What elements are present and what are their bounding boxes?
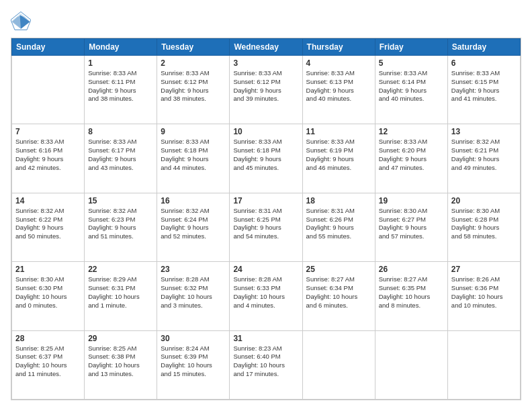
page: SundayMondayTuesdayWednesdayThursdayFrid… [0,0,532,411]
calendar-body: 1Sunrise: 8:33 AMSunset: 6:11 PMDaylight… [12,56,521,400]
day-number: 30 [161,334,226,343]
week-row-3: 21Sunrise: 8:30 AMSunset: 6:30 PMDayligh… [12,262,521,330]
day-header-sunday: Sunday [12,39,85,56]
day-info: Sunrise: 8:32 AMSunset: 6:23 PMDaylight:… [88,207,153,241]
day-number: 20 [451,196,517,205]
day-info: Sunrise: 8:30 AMSunset: 6:28 PMDaylight:… [451,207,517,241]
day-number: 7 [15,127,81,136]
calendar-cell: 19Sunrise: 8:30 AMSunset: 6:27 PMDayligh… [375,193,447,261]
day-number: 13 [451,127,517,136]
header-row: SundayMondayTuesdayWednesdayThursdayFrid… [12,39,521,56]
calendar-cell: 23Sunrise: 8:28 AMSunset: 6:32 PMDayligh… [157,262,230,330]
day-header-tuesday: Tuesday [157,39,230,56]
calendar-cell: 27Sunrise: 8:26 AMSunset: 6:36 PMDayligh… [447,262,520,330]
day-info: Sunrise: 8:32 AMSunset: 6:24 PMDaylight:… [161,207,226,241]
day-header-friday: Friday [375,39,447,56]
day-number: 16 [161,196,226,205]
calendar-cell: 21Sunrise: 8:30 AMSunset: 6:30 PMDayligh… [12,262,85,330]
week-row-0: 1Sunrise: 8:33 AMSunset: 6:11 PMDaylight… [12,56,521,124]
calendar-header: SundayMondayTuesdayWednesdayThursdayFrid… [12,39,521,56]
day-info: Sunrise: 8:33 AMSunset: 6:16 PMDaylight:… [15,138,81,172]
calendar-cell: 1Sunrise: 8:33 AMSunset: 6:11 PMDaylight… [85,56,157,124]
day-info: Sunrise: 8:33 AMSunset: 6:15 PMDaylight:… [451,69,517,103]
day-header-monday: Monday [85,39,157,56]
day-info: Sunrise: 8:33 AMSunset: 6:14 PMDaylight:… [379,69,444,103]
day-info: Sunrise: 8:28 AMSunset: 6:33 PMDaylight:… [233,275,298,310]
calendar-cell: 24Sunrise: 8:28 AMSunset: 6:33 PMDayligh… [230,262,302,330]
day-number: 12 [379,127,444,136]
day-number: 28 [15,334,81,343]
day-info: Sunrise: 8:30 AMSunset: 6:30 PMDaylight:… [15,275,81,310]
day-number: 18 [306,196,371,205]
day-number: 11 [306,127,371,136]
calendar-cell: 6Sunrise: 8:33 AMSunset: 6:15 PMDaylight… [447,56,520,124]
day-info: Sunrise: 8:31 AMSunset: 6:25 PMDaylight:… [233,207,298,241]
day-number: 17 [233,196,298,205]
day-info: Sunrise: 8:32 AMSunset: 6:21 PMDaylight:… [451,138,517,172]
calendar-cell: 31Sunrise: 8:23 AMSunset: 6:40 PMDayligh… [230,330,302,399]
calendar-cell: 20Sunrise: 8:30 AMSunset: 6:28 PMDayligh… [447,193,520,261]
calendar-cell: 7Sunrise: 8:33 AMSunset: 6:16 PMDaylight… [12,124,85,193]
calendar-cell: 10Sunrise: 8:33 AMSunset: 6:18 PMDayligh… [230,124,302,193]
calendar-cell [447,330,520,399]
calendar-cell: 4Sunrise: 8:33 AMSunset: 6:13 PMDaylight… [302,56,375,124]
day-info: Sunrise: 8:33 AMSunset: 6:11 PMDaylight:… [88,69,153,103]
calendar-cell: 17Sunrise: 8:31 AMSunset: 6:25 PMDayligh… [230,193,302,261]
calendar-cell: 22Sunrise: 8:29 AMSunset: 6:31 PMDayligh… [85,262,157,330]
day-number: 22 [88,265,153,274]
calendar-cell: 8Sunrise: 8:33 AMSunset: 6:17 PMDaylight… [85,124,157,193]
day-info: Sunrise: 8:30 AMSunset: 6:27 PMDaylight:… [379,207,444,241]
week-row-2: 14Sunrise: 8:32 AMSunset: 6:22 PMDayligh… [12,193,521,261]
calendar-cell: 11Sunrise: 8:33 AMSunset: 6:19 PMDayligh… [302,124,375,193]
calendar-cell: 13Sunrise: 8:32 AMSunset: 6:21 PMDayligh… [447,124,520,193]
day-info: Sunrise: 8:31 AMSunset: 6:26 PMDaylight:… [306,207,371,241]
day-number: 2 [161,58,226,68]
day-info: Sunrise: 8:33 AMSunset: 6:12 PMDaylight:… [161,69,226,103]
calendar-cell [375,330,447,399]
day-info: Sunrise: 8:24 AMSunset: 6:39 PMDaylight:… [161,345,226,379]
calendar-cell: 12Sunrise: 8:33 AMSunset: 6:20 PMDayligh… [375,124,447,193]
calendar-cell: 5Sunrise: 8:33 AMSunset: 6:14 PMDaylight… [375,56,447,124]
calendar-cell: 15Sunrise: 8:32 AMSunset: 6:23 PMDayligh… [85,193,157,261]
header [11,11,521,31]
day-info: Sunrise: 8:33 AMSunset: 6:13 PMDaylight:… [306,69,371,103]
calendar-cell: 2Sunrise: 8:33 AMSunset: 6:12 PMDaylight… [157,56,230,124]
day-info: Sunrise: 8:33 AMSunset: 6:19 PMDaylight:… [306,138,371,172]
calendar-cell: 18Sunrise: 8:31 AMSunset: 6:26 PMDayligh… [302,193,375,261]
day-number: 25 [306,265,371,274]
day-number: 10 [233,127,298,136]
day-header-thursday: Thursday [302,39,375,56]
calendar-cell: 9Sunrise: 8:33 AMSunset: 6:18 PMDaylight… [157,124,230,193]
day-number: 23 [161,265,226,274]
day-number: 24 [233,265,298,274]
day-number: 3 [233,58,298,68]
calendar-cell: 30Sunrise: 8:24 AMSunset: 6:39 PMDayligh… [157,330,230,399]
day-header-saturday: Saturday [447,39,520,56]
week-row-1: 7Sunrise: 8:33 AMSunset: 6:16 PMDaylight… [12,124,521,193]
day-info: Sunrise: 8:32 AMSunset: 6:22 PMDaylight:… [15,207,81,241]
day-number: 9 [161,127,226,136]
day-number: 19 [379,196,444,205]
calendar-cell [302,330,375,399]
day-header-wednesday: Wednesday [230,39,302,56]
calendar-cell: 28Sunrise: 8:25 AMSunset: 6:37 PMDayligh… [12,330,85,399]
day-number: 27 [451,265,517,274]
day-number: 6 [451,58,517,68]
day-info: Sunrise: 8:33 AMSunset: 6:18 PMDaylight:… [233,138,298,172]
day-number: 1 [88,58,153,68]
calendar-cell: 16Sunrise: 8:32 AMSunset: 6:24 PMDayligh… [157,193,230,261]
logo-icon [11,11,31,31]
day-number: 31 [233,334,298,343]
day-number: 5 [379,58,444,68]
day-info: Sunrise: 8:27 AMSunset: 6:34 PMDaylight:… [306,275,371,310]
day-info: Sunrise: 8:33 AMSunset: 6:17 PMDaylight:… [88,138,153,172]
calendar-cell: 25Sunrise: 8:27 AMSunset: 6:34 PMDayligh… [302,262,375,330]
calendar-cell: 3Sunrise: 8:33 AMSunset: 6:12 PMDaylight… [230,56,302,124]
calendar-cell [12,56,85,124]
day-info: Sunrise: 8:29 AMSunset: 6:31 PMDaylight:… [88,275,153,310]
day-info: Sunrise: 8:33 AMSunset: 6:20 PMDaylight:… [379,138,444,172]
day-number: 26 [379,265,444,274]
day-number: 29 [88,334,153,343]
calendar: SundayMondayTuesdayWednesdayThursdayFrid… [11,38,521,400]
day-info: Sunrise: 8:33 AMSunset: 6:18 PMDaylight:… [161,138,226,172]
